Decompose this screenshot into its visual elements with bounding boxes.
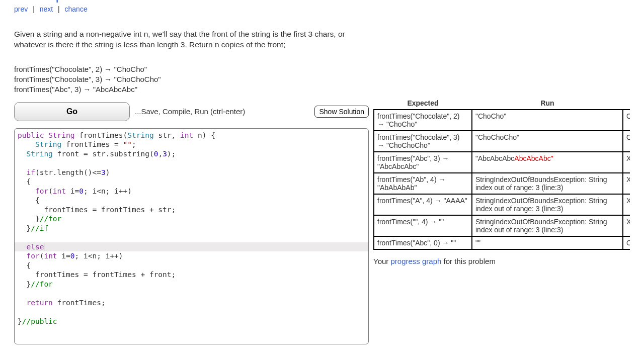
problem-description: Given a string and a non-negative int n,… — [14, 29, 376, 50]
progress-note: Your progress graph for this problem — [373, 257, 630, 265]
nav-next[interactable]: next — [40, 5, 53, 13]
example-line: frontTimes("Abc", 3) → "AbcAbcAbc" — [14, 84, 630, 95]
breadcrumb-section-link[interactable]: Warmup-2 — [14, 0, 74, 3]
col-run: Run — [472, 97, 623, 110]
table-row: frontTimes("Ab", 4) → "AbAbAbAb"StringIn… — [374, 173, 630, 194]
col-status — [623, 97, 630, 110]
table-row: frontTimes("", 4) → ""StringIndexOutOfBo… — [374, 215, 630, 236]
toolbar: Go ...Save, Compile, Run (ctrl-enter) Sh… — [14, 102, 369, 121]
nav-chance[interactable]: chance — [65, 5, 88, 13]
col-expected: Expected — [374, 97, 472, 110]
table-row: frontTimes("Abc", 3) → "AbcAbcAbc""AbcAb… — [374, 152, 630, 173]
table-row: frontTimes("Chocolate", 3) → "ChoChoCho"… — [374, 131, 630, 152]
example-line: frontTimes("Chocolate", 3) → "ChoChoCho" — [14, 74, 630, 84]
text-cursor — [44, 243, 44, 251]
progress-graph-link[interactable]: progress graph — [390, 257, 441, 265]
results-table: Expected Run frontTimes("Chocolate", 2) … — [373, 97, 630, 250]
examples: frontTimes("Chocolate", 2) → "ChoCho" fr… — [14, 64, 630, 95]
code-editor[interactable]: public String frontTimes(String str, int… — [14, 128, 369, 344]
nav-prev[interactable]: prev — [14, 5, 28, 13]
show-solution-button[interactable]: Show Solution — [314, 106, 369, 118]
breadcrumb-problem: frontTimes — [90, 0, 151, 3]
toolbar-hint: ...Save, Compile, Run (ctrl-enter) — [135, 107, 309, 116]
breadcrumb-sep: > — [78, 0, 86, 3]
example-line: frontTimes("Chocolate", 2) → "ChoCho" — [14, 64, 630, 74]
subnav: prev | next | chance — [14, 5, 630, 13]
table-row: frontTimes("Chocolate", 2) → "ChoCho""Ch… — [374, 110, 630, 131]
go-button[interactable]: Go — [14, 102, 130, 121]
table-row: frontTimes("Abc", 0) → """"OK — [374, 236, 630, 249]
table-row: frontTimes("A", 4) → "AAAA"StringIndexOu… — [374, 194, 630, 215]
breadcrumb: Warmup-2 > frontTimes — [14, 0, 630, 3]
